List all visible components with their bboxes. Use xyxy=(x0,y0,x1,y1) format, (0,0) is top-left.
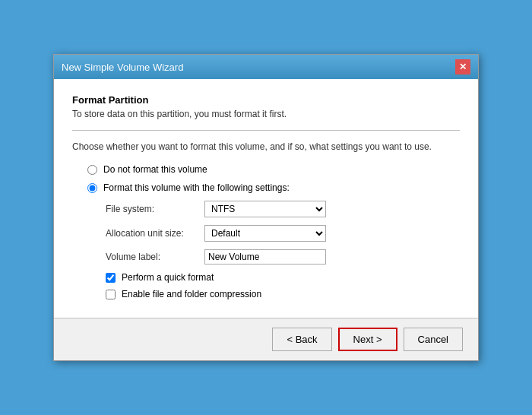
volume-label-input[interactable] xyxy=(204,249,326,265)
format-settings: File system: NTFS Allocation unit size: … xyxy=(106,201,460,265)
wizard-window: New Simple Volume Wizard ✕ Format Partit… xyxy=(53,54,479,361)
compression-checkbox[interactable] xyxy=(106,290,116,299)
allocation-row: Allocation unit size: Default xyxy=(106,225,460,242)
window-title: New Simple Volume Wizard xyxy=(62,62,183,73)
volume-label-row: Volume label: xyxy=(106,249,460,265)
allocation-select[interactable]: Default xyxy=(204,225,326,242)
section-subtitle: To store data on this partition, you mus… xyxy=(72,109,460,119)
quick-format-checkbox[interactable] xyxy=(106,273,116,283)
section-title: Format Partition xyxy=(72,94,460,106)
volume-label-label: Volume label: xyxy=(106,252,204,262)
quick-format-label: Perform a quick format xyxy=(122,272,214,283)
quick-format-option[interactable]: Perform a quick format xyxy=(106,272,460,283)
description-text: Choose whether you want to format this v… xyxy=(72,141,460,152)
content-area: Format Partition To store data on this p… xyxy=(54,79,478,318)
radio-no-format[interactable]: Do not format this volume xyxy=(87,164,460,175)
file-system-row: File system: NTFS xyxy=(106,201,460,217)
compression-option[interactable]: Enable file and folder compression xyxy=(106,289,460,299)
radio-no-format-input[interactable] xyxy=(87,165,97,175)
title-bar: New Simple Volume Wizard ✕ xyxy=(54,55,478,79)
footer: < Back Next > Cancel xyxy=(54,318,478,360)
checkbox-group: Perform a quick format Enable file and f… xyxy=(106,272,460,299)
radio-format-label: Format this volume with the following se… xyxy=(103,182,290,193)
next-button[interactable]: Next > xyxy=(338,328,397,351)
file-system-select[interactable]: NTFS xyxy=(204,201,326,217)
radio-format-input[interactable] xyxy=(87,183,97,193)
cancel-button[interactable]: Cancel xyxy=(404,328,463,351)
allocation-label: Allocation unit size: xyxy=(106,228,204,239)
radio-group: Do not format this volume Format this vo… xyxy=(87,164,460,193)
back-button[interactable]: < Back xyxy=(272,328,331,351)
close-button[interactable]: ✕ xyxy=(455,59,470,74)
radio-no-format-label: Do not format this volume xyxy=(103,164,207,175)
file-system-label: File system: xyxy=(106,204,204,214)
divider xyxy=(72,130,460,131)
compression-label: Enable file and folder compression xyxy=(122,289,261,299)
radio-format[interactable]: Format this volume with the following se… xyxy=(87,182,460,193)
